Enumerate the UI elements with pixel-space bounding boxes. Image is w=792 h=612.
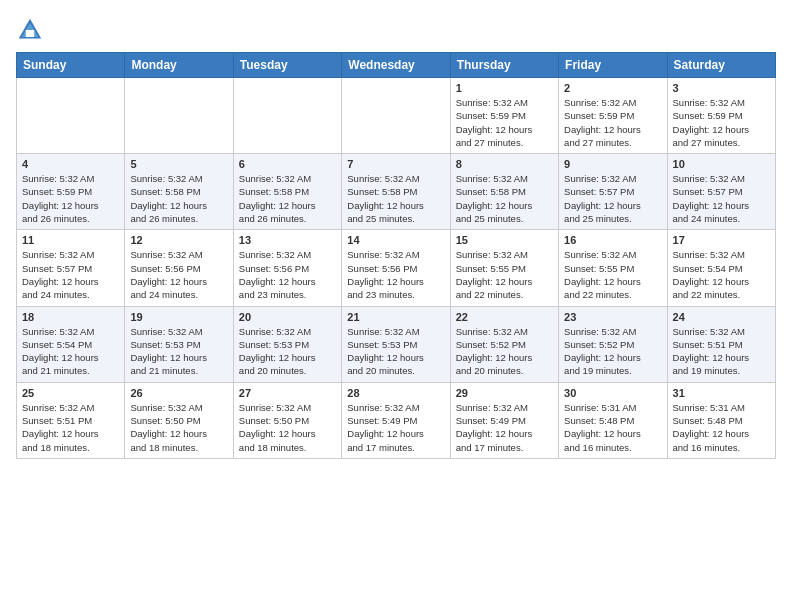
day-number: 5 bbox=[130, 158, 227, 170]
day-number: 10 bbox=[673, 158, 770, 170]
day-cell: 12Sunrise: 5:32 AM Sunset: 5:56 PM Dayli… bbox=[125, 230, 233, 306]
week-row-4: 18Sunrise: 5:32 AM Sunset: 5:54 PM Dayli… bbox=[17, 306, 776, 382]
logo-icon bbox=[16, 16, 44, 44]
day-number: 27 bbox=[239, 387, 336, 399]
day-cell: 23Sunrise: 5:32 AM Sunset: 5:52 PM Dayli… bbox=[559, 306, 667, 382]
day-info: Sunrise: 5:32 AM Sunset: 5:52 PM Dayligh… bbox=[564, 325, 661, 378]
header-cell-tuesday: Tuesday bbox=[233, 53, 341, 78]
day-info: Sunrise: 5:32 AM Sunset: 5:59 PM Dayligh… bbox=[564, 96, 661, 149]
header bbox=[16, 16, 776, 44]
day-info: Sunrise: 5:32 AM Sunset: 5:49 PM Dayligh… bbox=[347, 401, 444, 454]
day-number: 6 bbox=[239, 158, 336, 170]
day-cell: 19Sunrise: 5:32 AM Sunset: 5:53 PM Dayli… bbox=[125, 306, 233, 382]
day-number: 13 bbox=[239, 234, 336, 246]
day-number: 22 bbox=[456, 311, 553, 323]
day-info: Sunrise: 5:32 AM Sunset: 5:59 PM Dayligh… bbox=[673, 96, 770, 149]
calendar-body: 1Sunrise: 5:32 AM Sunset: 5:59 PM Daylig… bbox=[17, 78, 776, 459]
day-cell: 29Sunrise: 5:32 AM Sunset: 5:49 PM Dayli… bbox=[450, 382, 558, 458]
day-info: Sunrise: 5:32 AM Sunset: 5:55 PM Dayligh… bbox=[564, 248, 661, 301]
day-cell: 18Sunrise: 5:32 AM Sunset: 5:54 PM Dayli… bbox=[17, 306, 125, 382]
day-cell: 17Sunrise: 5:32 AM Sunset: 5:54 PM Dayli… bbox=[667, 230, 775, 306]
day-number: 1 bbox=[456, 82, 553, 94]
day-info: Sunrise: 5:32 AM Sunset: 5:55 PM Dayligh… bbox=[456, 248, 553, 301]
page-container: SundayMondayTuesdayWednesdayThursdayFrid… bbox=[16, 16, 776, 459]
day-info: Sunrise: 5:32 AM Sunset: 5:57 PM Dayligh… bbox=[564, 172, 661, 225]
day-info: Sunrise: 5:32 AM Sunset: 5:50 PM Dayligh… bbox=[130, 401, 227, 454]
week-row-3: 11Sunrise: 5:32 AM Sunset: 5:57 PM Dayli… bbox=[17, 230, 776, 306]
day-info: Sunrise: 5:32 AM Sunset: 5:58 PM Dayligh… bbox=[239, 172, 336, 225]
day-info: Sunrise: 5:32 AM Sunset: 5:54 PM Dayligh… bbox=[673, 248, 770, 301]
day-cell bbox=[233, 78, 341, 154]
day-number: 11 bbox=[22, 234, 119, 246]
day-cell: 16Sunrise: 5:32 AM Sunset: 5:55 PM Dayli… bbox=[559, 230, 667, 306]
day-number: 30 bbox=[564, 387, 661, 399]
day-info: Sunrise: 5:32 AM Sunset: 5:52 PM Dayligh… bbox=[456, 325, 553, 378]
day-cell: 25Sunrise: 5:32 AM Sunset: 5:51 PM Dayli… bbox=[17, 382, 125, 458]
day-cell: 13Sunrise: 5:32 AM Sunset: 5:56 PM Dayli… bbox=[233, 230, 341, 306]
day-info: Sunrise: 5:32 AM Sunset: 5:59 PM Dayligh… bbox=[22, 172, 119, 225]
day-cell: 4Sunrise: 5:32 AM Sunset: 5:59 PM Daylig… bbox=[17, 154, 125, 230]
day-info: Sunrise: 5:32 AM Sunset: 5:53 PM Dayligh… bbox=[239, 325, 336, 378]
day-number: 18 bbox=[22, 311, 119, 323]
day-cell: 20Sunrise: 5:32 AM Sunset: 5:53 PM Dayli… bbox=[233, 306, 341, 382]
day-cell bbox=[17, 78, 125, 154]
day-number: 26 bbox=[130, 387, 227, 399]
week-row-1: 1Sunrise: 5:32 AM Sunset: 5:59 PM Daylig… bbox=[17, 78, 776, 154]
day-info: Sunrise: 5:31 AM Sunset: 5:48 PM Dayligh… bbox=[564, 401, 661, 454]
calendar-table: SundayMondayTuesdayWednesdayThursdayFrid… bbox=[16, 52, 776, 459]
svg-rect-2 bbox=[26, 30, 34, 37]
day-cell: 24Sunrise: 5:32 AM Sunset: 5:51 PM Dayli… bbox=[667, 306, 775, 382]
logo-area bbox=[16, 16, 48, 44]
day-info: Sunrise: 5:32 AM Sunset: 5:57 PM Dayligh… bbox=[673, 172, 770, 225]
day-cell: 5Sunrise: 5:32 AM Sunset: 5:58 PM Daylig… bbox=[125, 154, 233, 230]
day-cell: 11Sunrise: 5:32 AM Sunset: 5:57 PM Dayli… bbox=[17, 230, 125, 306]
day-info: Sunrise: 5:32 AM Sunset: 5:56 PM Dayligh… bbox=[347, 248, 444, 301]
day-cell: 8Sunrise: 5:32 AM Sunset: 5:58 PM Daylig… bbox=[450, 154, 558, 230]
day-cell: 27Sunrise: 5:32 AM Sunset: 5:50 PM Dayli… bbox=[233, 382, 341, 458]
week-row-5: 25Sunrise: 5:32 AM Sunset: 5:51 PM Dayli… bbox=[17, 382, 776, 458]
day-cell: 22Sunrise: 5:32 AM Sunset: 5:52 PM Dayli… bbox=[450, 306, 558, 382]
day-cell: 9Sunrise: 5:32 AM Sunset: 5:57 PM Daylig… bbox=[559, 154, 667, 230]
day-cell: 14Sunrise: 5:32 AM Sunset: 5:56 PM Dayli… bbox=[342, 230, 450, 306]
day-info: Sunrise: 5:31 AM Sunset: 5:48 PM Dayligh… bbox=[673, 401, 770, 454]
day-info: Sunrise: 5:32 AM Sunset: 5:51 PM Dayligh… bbox=[673, 325, 770, 378]
calendar-header: SundayMondayTuesdayWednesdayThursdayFrid… bbox=[17, 53, 776, 78]
day-number: 3 bbox=[673, 82, 770, 94]
day-number: 8 bbox=[456, 158, 553, 170]
day-cell: 26Sunrise: 5:32 AM Sunset: 5:50 PM Dayli… bbox=[125, 382, 233, 458]
day-number: 2 bbox=[564, 82, 661, 94]
day-number: 12 bbox=[130, 234, 227, 246]
header-row: SundayMondayTuesdayWednesdayThursdayFrid… bbox=[17, 53, 776, 78]
day-number: 4 bbox=[22, 158, 119, 170]
day-info: Sunrise: 5:32 AM Sunset: 5:56 PM Dayligh… bbox=[130, 248, 227, 301]
header-cell-wednesday: Wednesday bbox=[342, 53, 450, 78]
day-number: 25 bbox=[22, 387, 119, 399]
day-cell: 31Sunrise: 5:31 AM Sunset: 5:48 PM Dayli… bbox=[667, 382, 775, 458]
day-cell: 21Sunrise: 5:32 AM Sunset: 5:53 PM Dayli… bbox=[342, 306, 450, 382]
day-cell: 2Sunrise: 5:32 AM Sunset: 5:59 PM Daylig… bbox=[559, 78, 667, 154]
day-cell: 3Sunrise: 5:32 AM Sunset: 5:59 PM Daylig… bbox=[667, 78, 775, 154]
header-cell-sunday: Sunday bbox=[17, 53, 125, 78]
day-number: 7 bbox=[347, 158, 444, 170]
week-row-2: 4Sunrise: 5:32 AM Sunset: 5:59 PM Daylig… bbox=[17, 154, 776, 230]
day-number: 28 bbox=[347, 387, 444, 399]
day-info: Sunrise: 5:32 AM Sunset: 5:58 PM Dayligh… bbox=[130, 172, 227, 225]
day-cell: 10Sunrise: 5:32 AM Sunset: 5:57 PM Dayli… bbox=[667, 154, 775, 230]
day-info: Sunrise: 5:32 AM Sunset: 5:53 PM Dayligh… bbox=[130, 325, 227, 378]
day-number: 14 bbox=[347, 234, 444, 246]
day-number: 21 bbox=[347, 311, 444, 323]
day-cell: 30Sunrise: 5:31 AM Sunset: 5:48 PM Dayli… bbox=[559, 382, 667, 458]
day-info: Sunrise: 5:32 AM Sunset: 5:51 PM Dayligh… bbox=[22, 401, 119, 454]
day-cell bbox=[342, 78, 450, 154]
day-number: 31 bbox=[673, 387, 770, 399]
day-info: Sunrise: 5:32 AM Sunset: 5:53 PM Dayligh… bbox=[347, 325, 444, 378]
day-info: Sunrise: 5:32 AM Sunset: 5:49 PM Dayligh… bbox=[456, 401, 553, 454]
day-cell: 6Sunrise: 5:32 AM Sunset: 5:58 PM Daylig… bbox=[233, 154, 341, 230]
day-info: Sunrise: 5:32 AM Sunset: 5:58 PM Dayligh… bbox=[347, 172, 444, 225]
header-cell-thursday: Thursday bbox=[450, 53, 558, 78]
day-cell: 15Sunrise: 5:32 AM Sunset: 5:55 PM Dayli… bbox=[450, 230, 558, 306]
header-cell-monday: Monday bbox=[125, 53, 233, 78]
day-info: Sunrise: 5:32 AM Sunset: 5:56 PM Dayligh… bbox=[239, 248, 336, 301]
header-cell-saturday: Saturday bbox=[667, 53, 775, 78]
day-info: Sunrise: 5:32 AM Sunset: 5:59 PM Dayligh… bbox=[456, 96, 553, 149]
